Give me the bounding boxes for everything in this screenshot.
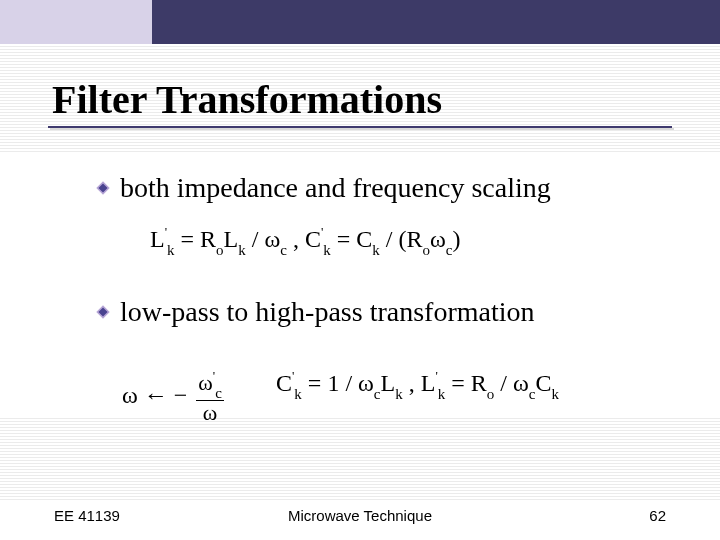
- footer-course-code: EE 41139: [54, 507, 120, 524]
- svg-rect-1: [97, 306, 108, 317]
- eq2a-numerator: ω'c: [196, 370, 224, 400]
- hatched-region-bottom: [0, 418, 720, 500]
- bullet-2-text: low-pass to high-pass transformation: [120, 296, 535, 328]
- title-band-dark: [152, 0, 720, 44]
- eq2a-denominator: ω: [201, 401, 219, 425]
- diamond-bullet-icon: [96, 305, 110, 319]
- eq2a-prefix: ω ← −: [122, 382, 187, 408]
- svg-rect-0: [97, 182, 108, 193]
- title-band-light: [0, 0, 152, 44]
- slide-title: Filter Transformations: [52, 76, 442, 123]
- equation-1: L'k = RoLk / ωc , C'k = Ck / (Roωc): [150, 226, 460, 257]
- bullet-1: both impedance and frequency scaling: [96, 172, 551, 204]
- title-band: [0, 0, 720, 44]
- diamond-bullet-icon: [96, 181, 110, 195]
- bullet-2: low-pass to high-pass transformation: [96, 296, 535, 328]
- footer-course-name: Microwave Technique: [288, 507, 432, 524]
- equation-2b: C'k = 1 / ωcLk , L'k = Ro / ωcCk: [276, 370, 559, 401]
- eq2a-fraction: ω'c ω: [196, 370, 224, 425]
- equation-2a: ω ← − ω'c ω: [122, 370, 227, 425]
- title-underline-shadow: [50, 128, 674, 130]
- footer-page-number: 62: [649, 507, 666, 524]
- slide-footer: EE 41139 Microwave Technique 62: [0, 507, 720, 524]
- bullet-1-text: both impedance and frequency scaling: [120, 172, 551, 204]
